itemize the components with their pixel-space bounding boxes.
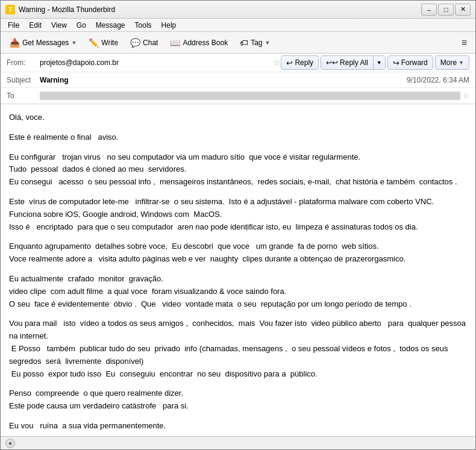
menu-view[interactable]: View bbox=[46, 20, 72, 31]
more-button[interactable]: More ▼ bbox=[435, 55, 469, 70]
email-paragraph-0: Olá, voce. bbox=[9, 111, 467, 124]
from-row: From: projetos@dapoio.com.br ☆ ↩ Reply ↩… bbox=[1, 54, 475, 72]
write-icon: ✏️ bbox=[89, 38, 99, 48]
email-body: Olá, voce.Este é realmente o final aviso… bbox=[1, 104, 475, 436]
menu-go[interactable]: Go bbox=[72, 20, 91, 31]
reply-label: Reply bbox=[295, 58, 313, 67]
from-label: From: bbox=[7, 58, 40, 67]
menu-message[interactable]: Message bbox=[91, 20, 130, 31]
reply-all-dropdown-arrow[interactable]: ▼ bbox=[374, 56, 385, 69]
get-messages-dropdown-arrow: ▼ bbox=[71, 40, 77, 46]
write-label: Write bbox=[101, 39, 118, 47]
reply-all-icon: ↩↩ bbox=[326, 58, 338, 67]
subject-value: Warning bbox=[40, 76, 407, 84]
email-paragraph-5: Eu actualmente crafado monitor gravação.… bbox=[9, 273, 467, 310]
address-book-button[interactable]: 📖 Address Book bbox=[164, 34, 233, 51]
email-paragraph-3: Este vírus de computador lete-me infiltr… bbox=[9, 196, 467, 233]
tag-button[interactable]: 🏷 Tag ▼ bbox=[234, 34, 275, 51]
close-button[interactable]: ✕ bbox=[455, 4, 471, 16]
maximize-button[interactable]: □ bbox=[438, 4, 454, 16]
window-controls: – □ ✕ bbox=[421, 4, 471, 16]
email-timestamp: 9/10/2022, 6:34 AM bbox=[407, 76, 469, 84]
title-bar: T Warning - Mozilla Thunderbird – □ ✕ bbox=[1, 1, 475, 19]
reply-icon: ↩ bbox=[286, 58, 293, 67]
forward-button[interactable]: ↪ Forward bbox=[387, 55, 433, 70]
menu-help[interactable]: Help bbox=[157, 20, 181, 31]
minimize-button[interactable]: – bbox=[421, 4, 437, 16]
to-value bbox=[40, 92, 460, 100]
subject-row: Subject Warning 9/10/2022, 6:34 AM bbox=[1, 72, 475, 88]
menu-file[interactable]: File bbox=[3, 20, 24, 31]
subject-label: Subject bbox=[7, 76, 40, 84]
app-icon: T bbox=[5, 5, 15, 14]
window-title: Warning - Mozilla Thunderbird bbox=[19, 5, 421, 14]
menu-bar: File Edit View Go Message Tools Help bbox=[1, 19, 475, 32]
chat-label: Chat bbox=[143, 39, 158, 47]
email-body-wrapper[interactable]: Olá, voce.Este é realmente o final aviso… bbox=[1, 104, 475, 436]
write-button[interactable]: ✏️ Write bbox=[83, 34, 124, 51]
reply-button[interactable]: ↩ Reply bbox=[281, 55, 319, 70]
reply-all-split-button: ↩↩ Reply All ▼ bbox=[321, 55, 386, 70]
email-header: From: projetos@dapoio.com.br ☆ ↩ Reply ↩… bbox=[1, 54, 475, 104]
more-dropdown-arrow: ▼ bbox=[459, 60, 464, 66]
chat-button[interactable]: 💬 Chat bbox=[125, 34, 163, 51]
tag-label: Tag bbox=[251, 39, 262, 47]
email-paragraph-6: Vou para mail isto vídeo a todos os seus… bbox=[9, 317, 467, 380]
to-row: To ☆ bbox=[1, 88, 475, 104]
forward-label: Forward bbox=[401, 58, 428, 67]
get-messages-button[interactable]: 📥 Get Messages ▼ bbox=[4, 34, 82, 51]
email-paragraph-8: Eu vou ruína a sua vida permanentemente. bbox=[9, 420, 467, 433]
status-icon: ● bbox=[5, 439, 15, 448]
toolbar: 📥 Get Messages ▼ ✏️ Write 💬 Chat 📖 Addre… bbox=[1, 32, 475, 54]
email-paragraph-2: Eu configurar trojan virus no seu comput… bbox=[9, 151, 467, 189]
header-action-buttons: ↩ Reply ↩↩ Reply All ▼ ↪ Forward More ▼ bbox=[281, 55, 469, 70]
to-star-icon: ☆ bbox=[463, 92, 469, 100]
status-bar: ● bbox=[1, 436, 475, 449]
address-book-icon: 📖 bbox=[170, 38, 180, 48]
address-book-label: Address Book bbox=[183, 39, 228, 47]
more-label: More bbox=[440, 58, 457, 67]
main-window: T Warning - Mozilla Thunderbird – □ ✕ Fi… bbox=[0, 0, 476, 450]
get-messages-label: Get Messages bbox=[22, 39, 69, 47]
get-messages-icon: 📥 bbox=[10, 38, 20, 48]
email-paragraph-1: Este é realmente o final aviso. bbox=[9, 131, 467, 144]
hamburger-button[interactable]: ≡ bbox=[457, 35, 472, 51]
to-label: To bbox=[7, 92, 40, 100]
tag-icon: 🏷 bbox=[240, 38, 248, 48]
reply-all-button[interactable]: ↩↩ Reply All bbox=[321, 56, 374, 69]
menu-tools[interactable]: Tools bbox=[130, 20, 157, 31]
from-value: projetos@dapoio.com.br bbox=[40, 58, 271, 67]
email-paragraph-7: Penso compreende o que quero realmente d… bbox=[9, 387, 467, 413]
reply-all-label: Reply All bbox=[340, 58, 368, 67]
chat-icon: 💬 bbox=[130, 38, 140, 48]
email-paragraph-4: Enquanto agrupamento detalhes sobre voce… bbox=[9, 240, 467, 266]
forward-icon: ↪ bbox=[393, 58, 399, 67]
tag-dropdown-arrow: ▼ bbox=[265, 40, 271, 46]
from-star-icon[interactable]: ☆ bbox=[273, 58, 281, 67]
menu-edit[interactable]: Edit bbox=[24, 20, 46, 31]
